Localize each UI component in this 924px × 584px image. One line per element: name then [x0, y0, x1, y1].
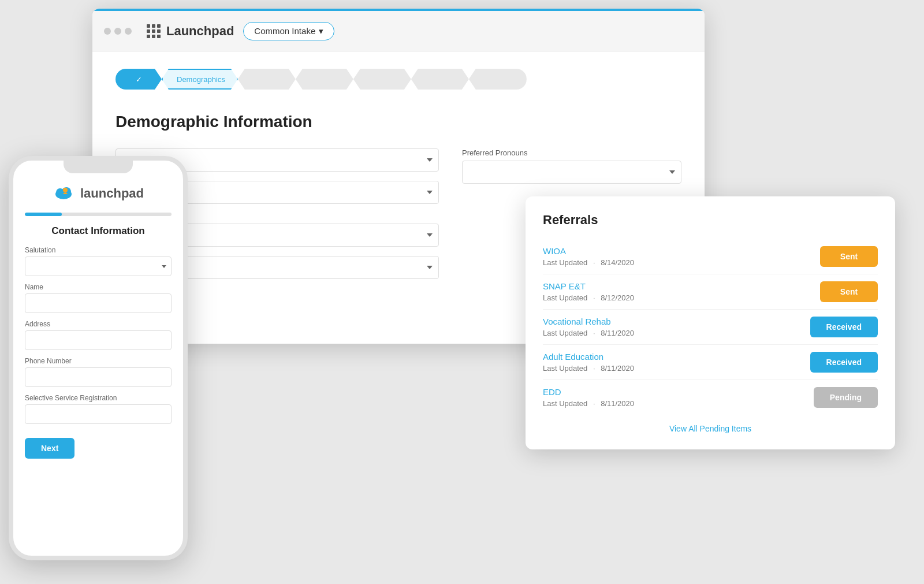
referral-info: WIOA Last Updated · 8/14/2020	[543, 246, 820, 267]
referral-name: Adult Education	[543, 352, 810, 362]
step-4	[296, 69, 353, 90]
referrals-panel: Referrals WIOA Last Updated · 8/14/2020 …	[526, 196, 895, 449]
referral-date: Last Updated · 8/11/2020	[543, 364, 810, 373]
referral-date: Last Updated · 8/12/2020	[543, 293, 820, 302]
browser-dot-3	[125, 28, 132, 35]
preferred-pronouns-select[interactable]	[462, 161, 681, 184]
referral-status-button[interactable]: Sent	[820, 281, 878, 302]
phone-address-group: Address	[25, 320, 172, 350]
phone-logo-text: launchpad	[80, 186, 144, 201]
phone-content: launchpad Contact Information Salutation…	[13, 173, 183, 468]
referral-item: SNAP E&T Last Updated · 8/12/2020 Sent	[543, 274, 878, 310]
referral-info: Vocational Rehab Last Updated · 8/11/202…	[543, 317, 810, 337]
phone-section-title: Contact Information	[25, 225, 172, 237]
referral-info: Adult Education Last Updated · 8/11/2020	[543, 352, 810, 373]
app-logo-area: Launchpad	[147, 24, 234, 39]
common-intake-tab[interactable]: Common Intake ▾	[243, 22, 334, 40]
phone-service-group: Selective Service Registration	[25, 394, 172, 424]
browser-controls	[104, 28, 132, 35]
referral-status-button[interactable]: Pending	[814, 387, 878, 408]
referral-status-button[interactable]: Received	[810, 317, 878, 337]
referral-status-button[interactable]: Sent	[820, 246, 878, 267]
browser-dot-2	[114, 28, 121, 35]
checkmark-icon: ✓	[136, 75, 142, 84]
phone-notch	[64, 161, 133, 173]
phone-logo-area: launchpad	[25, 183, 172, 204]
referral-status-button[interactable]: Received	[810, 352, 878, 373]
referral-date: Last Updated · 8/14/2020	[543, 258, 820, 267]
referral-date: Last Updated · 8/11/2020	[543, 329, 810, 337]
mobile-phone: launchpad Contact Information Salutation…	[9, 156, 188, 560]
phone-salutation-group: Salutation	[25, 246, 172, 276]
phone-name-input[interactable]	[25, 293, 172, 313]
referral-name: EDD	[543, 387, 814, 397]
phone-name-group: Name	[25, 283, 172, 313]
phone-name-label: Name	[25, 283, 172, 291]
referral-name: SNAP E&T	[543, 281, 820, 291]
referral-info: EDD Last Updated · 8/11/2020	[543, 387, 814, 408]
view-all-pending-link[interactable]: View All Pending Items	[543, 424, 878, 433]
grid-icon	[147, 24, 161, 38]
referral-item: Vocational Rehab Last Updated · 8/11/202…	[543, 310, 878, 345]
referral-info: SNAP E&T Last Updated · 8/12/2020	[543, 281, 820, 302]
step-3	[238, 69, 296, 90]
phone-salutation-label: Salutation	[25, 246, 172, 254]
phone-address-label: Address	[25, 320, 172, 328]
phone-service-input[interactable]	[25, 404, 172, 424]
step-5	[353, 69, 411, 90]
phone-salutation-select[interactable]	[25, 256, 172, 276]
referral-date: Last Updated · 8/11/2020	[543, 399, 814, 408]
launchpad-logo-icon	[53, 183, 74, 204]
referral-item: Adult Education Last Updated · 8/11/2020…	[543, 345, 878, 380]
browser-dot-1	[104, 28, 111, 35]
phone-phone-group: Phone Number	[25, 357, 172, 387]
phone-phone-input[interactable]	[25, 367, 172, 387]
preferred-pronouns-label: Preferred Pronouns	[462, 148, 681, 157]
step-demographics: Demographics	[162, 69, 238, 90]
page-title: Demographic Information	[116, 113, 681, 131]
phone-address-input[interactable]	[25, 330, 172, 350]
phone-progress-fill	[25, 213, 62, 216]
referrals-title: Referrals	[543, 213, 878, 228]
step-completed: ✓	[116, 69, 162, 90]
progress-steps: ✓ Demographics	[116, 69, 681, 90]
phone-phone-label: Phone Number	[25, 357, 172, 365]
step-7	[469, 69, 527, 90]
referral-name: Vocational Rehab	[543, 317, 810, 326]
phone-service-label: Selective Service Registration	[25, 394, 172, 402]
referral-item: WIOA Last Updated · 8/14/2020 Sent	[543, 239, 878, 274]
browser-header: Launchpad Common Intake ▾	[92, 11, 705, 51]
svg-point-3	[63, 188, 68, 192]
referral-item: EDD Last Updated · 8/11/2020 Pending	[543, 380, 878, 415]
phone-next-button[interactable]: Next	[25, 438, 74, 459]
referral-name: WIOA	[543, 246, 820, 256]
phone-progress-bar	[25, 213, 172, 216]
app-title: Launchpad	[166, 24, 234, 39]
referrals-list: WIOA Last Updated · 8/14/2020 Sent SNAP …	[543, 239, 878, 415]
step-6	[411, 69, 469, 90]
